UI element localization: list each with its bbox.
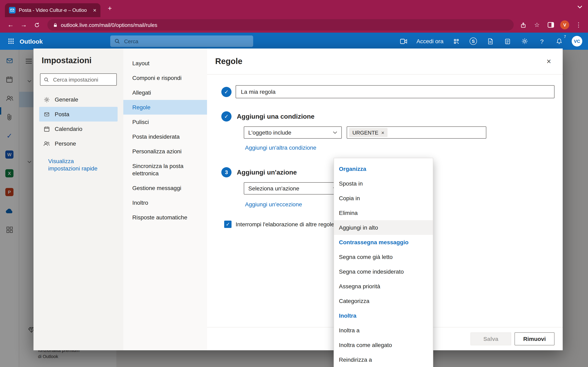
- action-menu-header-inoltra: Inoltra: [334, 308, 433, 323]
- settings-gear-icon[interactable]: [520, 37, 529, 46]
- app-launcher-icon[interactable]: [6, 36, 16, 47]
- action-select[interactable]: Seleziona un'azione: [244, 182, 342, 194]
- mail-nav-componi[interactable]: Componi e rispondi: [123, 71, 207, 85]
- sign-in-button[interactable]: Accedi ora: [416, 38, 443, 44]
- action-menu-item-reindirizza-a[interactable]: Reindirizza a: [334, 352, 433, 367]
- step3-badge: 3: [221, 167, 232, 177]
- action-menu-item-segna-gia-letto[interactable]: Segna come già letto: [334, 250, 433, 264]
- action-menu-item-assegna-priorita[interactable]: Assegna priorità: [334, 279, 433, 294]
- mail-nav-gestione-messaggi[interactable]: Gestione messaggi: [123, 181, 207, 195]
- mail-nav-regole[interactable]: Regole: [123, 100, 207, 115]
- office-document-icon[interactable]: [486, 37, 495, 46]
- mail-settings-nav: Layout Componi e rispondi Allegati Regol…: [123, 49, 207, 350]
- settings-search[interactable]: [40, 73, 117, 86]
- condition-chip: URGENTE ×: [349, 128, 388, 137]
- header-search[interactable]: [110, 35, 253, 47]
- browser-tab[interactable]: Posta - Video Cultur-e – Outloo ×: [5, 3, 100, 17]
- tab-search-chevron-icon[interactable]: [577, 5, 582, 8]
- outlook-favicon-icon: [9, 7, 16, 13]
- rule-name-input[interactable]: [236, 85, 554, 98]
- action-menu-item-inoltra-come-allegato[interactable]: Inoltra come allegato: [334, 338, 433, 352]
- save-button[interactable]: Salva: [470, 332, 511, 345]
- tasks-document-icon[interactable]: [503, 37, 512, 46]
- settings-dialog: Impostazioni Generale Po: [34, 49, 563, 350]
- address-bar[interactable]: outlook.live.com/mail/0/options/mail/rul…: [47, 19, 514, 31]
- share-icon[interactable]: [519, 20, 527, 29]
- settings-nav-posta[interactable]: Posta: [39, 107, 118, 122]
- mail-nav-inoltro[interactable]: Inoltro: [123, 195, 207, 210]
- search-icon: [44, 77, 49, 82]
- settings-nav-persone[interactable]: Persone: [39, 136, 118, 151]
- help-button[interactable]: ?: [537, 37, 546, 46]
- mail-nav-personalizza-azioni[interactable]: Personalizza azioni: [123, 144, 207, 159]
- condition-select[interactable]: L'oggetto include: [244, 126, 342, 139]
- meet-now-camera-icon[interactable]: [399, 37, 408, 46]
- mail-nav-allegati[interactable]: Allegati: [123, 85, 207, 100]
- outlook-header: Outlook Accedi ora S: [0, 33, 588, 50]
- back-button[interactable]: ←: [5, 19, 16, 31]
- action-menu-item-inoltra-a[interactable]: Inoltra a: [334, 323, 433, 338]
- action-menu-item-elimina[interactable]: Elimina: [334, 206, 433, 220]
- bookmark-star-icon[interactable]: ☆: [532, 20, 541, 29]
- close-icon[interactable]: ×: [543, 56, 554, 67]
- people-icon: [43, 140, 50, 147]
- mail-nav-posta-indesiderata[interactable]: Posta indesiderata: [123, 129, 207, 144]
- chip-remove-icon[interactable]: ×: [381, 129, 384, 136]
- side-panel-icon[interactable]: [546, 20, 555, 29]
- chevron-down-icon: [333, 131, 337, 134]
- mail-nav-pulisci[interactable]: Pulisci: [123, 115, 207, 129]
- forward-button[interactable]: →: [18, 19, 29, 31]
- search-input[interactable]: [123, 38, 249, 45]
- action-menu-item-segna-indesiderato[interactable]: Segna come indesiderato: [334, 264, 433, 279]
- mail-nav-sincronizza[interactable]: Sincronizza la posta elettronica: [123, 159, 207, 181]
- calendar-icon: [43, 125, 50, 132]
- condition-heading: Aggiungi una condizione: [237, 113, 314, 120]
- screen: Posta - Video Cultur-e – Outloo × + ← → …: [0, 0, 588, 367]
- notification-count-badge: 7: [564, 35, 566, 39]
- action-menu-item-categorizza[interactable]: Categorizza: [334, 294, 433, 308]
- outlook-logo[interactable]: Outlook: [20, 38, 43, 45]
- action-menu-header-contrassegna: Contrassegna messaggio: [334, 235, 433, 250]
- add-condition-link[interactable]: Aggiungi un'altra condizione: [245, 144, 554, 151]
- browser-tab-strip: Posta - Video Cultur-e – Outloo × +: [0, 0, 588, 17]
- lock-icon: [53, 22, 58, 27]
- stop-processing-label: Interrompi l'elaborazione di altre regol…: [236, 221, 334, 227]
- action-menu-item-copia-in[interactable]: Copia in: [334, 191, 433, 206]
- action-menu-item-aggiungi-in-alto[interactable]: Aggiungi in alto: [334, 220, 433, 235]
- settings-nav-panel: Impostazioni Generale Po: [34, 49, 123, 350]
- action-heading: Aggiungi un'azione: [237, 169, 297, 176]
- mail-nav-layout[interactable]: Layout: [123, 56, 207, 71]
- step2-check-icon: ✓: [221, 111, 232, 122]
- browser-profile-avatar[interactable]: V: [560, 20, 569, 29]
- url-text: outlook.live.com/mail/0/options/mail/rul…: [61, 22, 157, 28]
- new-tab-button[interactable]: +: [104, 3, 115, 14]
- quick-settings-link[interactable]: Visualizza impostazioni rapide: [48, 157, 105, 172]
- settings-nav-calendario[interactable]: Calendario: [39, 122, 118, 136]
- tab-close-button[interactable]: ×: [93, 7, 96, 13]
- settings-nav-generale[interactable]: Generale: [39, 92, 118, 107]
- tab-title: Posta - Video Cultur-e – Outloo: [19, 7, 90, 13]
- step1-check-icon: ✓: [221, 87, 232, 97]
- stop-processing-checkbox[interactable]: ✓: [224, 221, 232, 228]
- account-avatar[interactable]: VC: [572, 36, 582, 47]
- settings-nav: Generale Posta Calendario: [34, 92, 123, 151]
- qr-code-icon[interactable]: [452, 37, 461, 46]
- rules-title: Regole: [215, 57, 242, 66]
- settings-search-input[interactable]: [52, 76, 113, 83]
- settings-title: Impostazioni: [42, 56, 123, 65]
- condition-value-input[interactable]: URGENTE ×: [347, 126, 486, 139]
- remove-button[interactable]: Rimuovi: [515, 332, 554, 345]
- browser-menu-button[interactable]: ⋮: [574, 20, 583, 29]
- browser-toolbar: ← → outlook.live.com/mail/0/options/mail…: [0, 17, 588, 33]
- gear-icon: [43, 96, 50, 103]
- refresh-button[interactable]: [31, 19, 43, 31]
- skype-icon[interactable]: S: [469, 37, 478, 46]
- mail-icon: [43, 111, 50, 117]
- mail-nav-risposte-automatiche[interactable]: Risposte automatiche: [123, 210, 207, 225]
- action-menu-item-sposta-in[interactable]: Sposta in: [334, 176, 433, 191]
- search-icon: [114, 38, 120, 44]
- action-menu: Organizza Sposta in Copia in Elimina Agg…: [334, 158, 433, 367]
- action-menu-header-organizza: Organizza: [334, 161, 433, 176]
- notifications-bell-icon[interactable]: 7: [554, 37, 563, 46]
